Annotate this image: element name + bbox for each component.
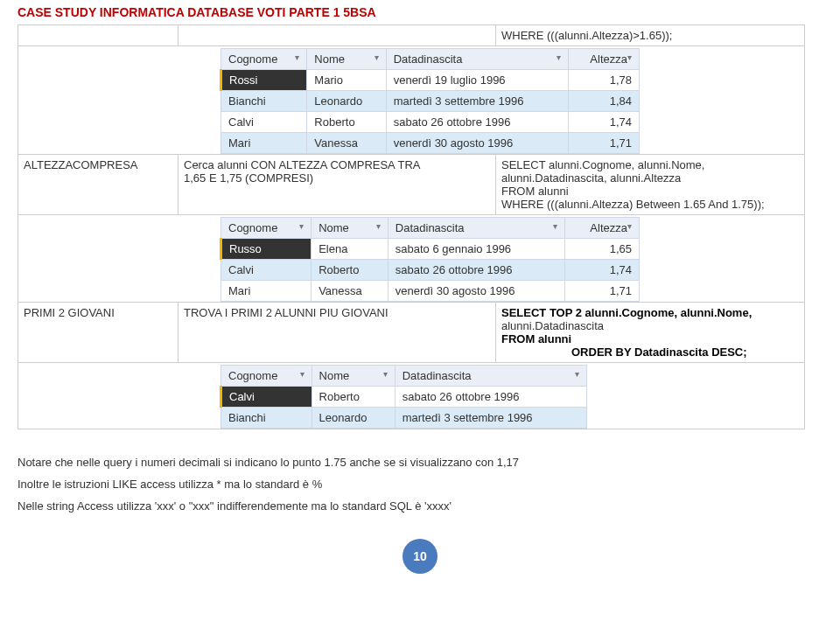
col-label: Cognome [228, 221, 277, 234]
col-cognome[interactable]: Cognome▾ [221, 366, 312, 387]
cell[interactable]: sabato 26 ottobre 1996 [386, 112, 568, 133]
cell[interactable]: Mari [221, 281, 312, 302]
col-datadinascita[interactable]: Datadinascita▾ [388, 218, 564, 239]
col-altezza[interactable]: Altezza▾ [568, 49, 639, 70]
col-label: Cognome [228, 369, 277, 382]
col-datadinascita[interactable]: Datadinascita▾ [386, 49, 568, 70]
col-label: Nome [318, 221, 349, 234]
cell[interactable]: martedì 3 settembre 1996 [395, 408, 586, 429]
cell[interactable]: Roberto [307, 112, 386, 133]
text: Cerca alunni CON ALTEZZA COMPRESA TRA [184, 158, 420, 171]
cell[interactable]: Calvi [221, 112, 307, 133]
cell[interactable]: Leonardo [312, 408, 395, 429]
sql-line: SELECT TOP 2 alunni.Cognome, alunni.Nome… [501, 306, 752, 319]
cell[interactable]: sabato 6 gennaio 1996 [388, 239, 564, 260]
sql-line: WHERE (((alunni.Altezza) Between 1.65 An… [501, 198, 765, 211]
col-nome[interactable]: Nome▾ [312, 366, 395, 387]
table-row: Russo Elena sabato 6 gennaio 1996 1,65 [221, 239, 640, 260]
cell[interactable]: 1,74 [564, 260, 639, 281]
query-label: PRIMI 2 GIOVANI [18, 303, 178, 363]
sql-line: FROM alunni [501, 185, 569, 198]
cell[interactable]: venerdì 30 agosto 1996 [386, 133, 568, 154]
empty-cell [178, 25, 496, 46]
col-label: Datadinascita [402, 369, 472, 382]
grid3-cell: Cognome▾ Nome▾ Datadinascita▾ Calvi Robe… [18, 363, 805, 429]
col-nome[interactable]: Nome▾ [307, 49, 386, 70]
cell[interactable]: Russo [221, 239, 312, 260]
col-label: Altezza [590, 221, 627, 234]
cell[interactable]: 1,71 [564, 281, 639, 302]
query-desc: Cerca alunni CON ALTEZZA COMPRESA TRA 1,… [178, 155, 496, 215]
cell[interactable]: 1,71 [568, 133, 639, 154]
note-2: Inoltre le istruzioni LIKE access utiliz… [18, 478, 822, 491]
page-number-badge: 10 [402, 539, 438, 574]
table-row: Bianchi Leonardo martedì 3 settembre 199… [221, 408, 587, 429]
cell[interactable]: venerdì 30 agosto 1996 [388, 281, 564, 302]
col-label: Nome [319, 369, 350, 382]
note-3: Nelle string Access utilizza 'xxx' o "xx… [18, 499, 822, 513]
grid3: Cognome▾ Nome▾ Datadinascita▾ Calvi Robe… [220, 365, 587, 429]
table-row: Calvi Roberto sabato 26 ottobre 1996 [221, 387, 587, 408]
dropdown-icon[interactable]: ▾ [295, 52, 299, 62]
cell[interactable]: Calvi [221, 260, 312, 281]
sql-line: FROM alunni [501, 332, 571, 345]
query-desc: TROVA I PRIMI 2 ALUNNI PIU GIOVANI [178, 303, 496, 363]
cell[interactable]: Rossi [221, 70, 307, 91]
cell[interactable]: 1,65 [564, 239, 639, 260]
query-label: ALTEZZACOMPRESA [18, 155, 178, 215]
main-table: WHERE (((alunni.Altezza)>1.65)); Cognome… [18, 24, 805, 429]
grid1-cell: Cognome▾ Nome▾ Datadinascita▾ Altezza▾ R… [18, 46, 805, 155]
sql-cell: SELECT alunni.Cognome, alunni.Nome, alun… [496, 155, 805, 215]
col-altezza[interactable]: Altezza▾ [564, 218, 639, 239]
dropdown-icon[interactable]: ▾ [374, 52, 379, 62]
table-row: Mari Vanessa venerdì 30 agosto 1996 1,71 [221, 133, 640, 154]
col-datadinascita[interactable]: Datadinascita▾ [395, 366, 586, 387]
cell[interactable]: 1,78 [568, 70, 639, 91]
dropdown-icon[interactable]: ▾ [553, 221, 557, 231]
cell[interactable]: Roberto [312, 260, 388, 281]
text: 1,65 E 1,75 (COMPRESI) [184, 171, 313, 185]
dropdown-icon[interactable]: ▾ [627, 221, 632, 231]
sql-line: SELECT alunni.Cognome, alunni.Nome, [501, 158, 704, 171]
col-cognome[interactable]: Cognome▾ [221, 49, 307, 70]
sql-line: ORDER BY Datadinascita DESC; [501, 345, 747, 359]
dropdown-icon[interactable]: ▾ [300, 369, 304, 379]
cell[interactable]: Mario [307, 70, 386, 91]
cell[interactable]: Bianchi [221, 408, 312, 429]
table-row: Rossi Mario venerdì 19 luglio 1996 1,78 [221, 70, 640, 91]
table-row: Calvi Roberto sabato 26 ottobre 1996 1,7… [221, 112, 640, 133]
cell[interactable]: Leonardo [307, 91, 386, 112]
cell[interactable]: 1,74 [568, 112, 639, 133]
cell[interactable]: Elena [312, 239, 388, 260]
grid2-cell: Cognome▾ Nome▾ Datadinascita▾ Altezza▾ R… [18, 215, 805, 303]
dropdown-icon[interactable]: ▾ [376, 221, 381, 231]
table-row: Bianchi Leonardo martedì 3 settembre 199… [221, 91, 640, 112]
cell[interactable]: Bianchi [221, 91, 307, 112]
table-row: Mari Vanessa venerdì 30 agosto 1996 1,71 [221, 281, 640, 302]
dropdown-icon[interactable]: ▾ [299, 221, 304, 231]
dropdown-icon[interactable]: ▾ [575, 369, 579, 379]
dropdown-icon[interactable]: ▾ [383, 369, 388, 379]
sql-line: alunni.Datadinascita, alunni.Altezza [501, 171, 681, 185]
dropdown-icon[interactable]: ▾ [627, 52, 632, 62]
cell[interactable]: sabato 26 ottobre 1996 [395, 387, 586, 408]
col-label: Datadinascita [394, 52, 463, 66]
col-label: Cognome [228, 52, 277, 66]
cell[interactable]: 1,84 [568, 91, 639, 112]
cell[interactable]: Roberto [312, 387, 395, 408]
cell[interactable]: sabato 26 ottobre 1996 [388, 260, 564, 281]
dropdown-icon[interactable]: ▾ [556, 52, 561, 62]
col-label: Nome [314, 52, 345, 66]
col-nome[interactable]: Nome▾ [312, 218, 388, 239]
cell[interactable]: Vanessa [312, 281, 388, 302]
col-cognome[interactable]: Cognome▾ [221, 218, 312, 239]
cell[interactable]: martedì 3 settembre 1996 [386, 91, 568, 112]
sql-cell: SELECT TOP 2 alunni.Cognome, alunni.Nome… [496, 303, 805, 363]
cell[interactable]: Calvi [221, 387, 312, 408]
doc-title: CASE STUDY INFORMATICA DATABASE VOTI PAR… [18, 0, 822, 24]
cell[interactable]: venerdì 19 luglio 1996 [386, 70, 568, 91]
cell[interactable]: Vanessa [307, 133, 386, 154]
cell[interactable]: Mari [221, 133, 307, 154]
sql-cell-top: WHERE (((alunni.Altezza)>1.65)); [496, 25, 805, 46]
table-row: Calvi Roberto sabato 26 ottobre 1996 1,7… [221, 260, 640, 281]
